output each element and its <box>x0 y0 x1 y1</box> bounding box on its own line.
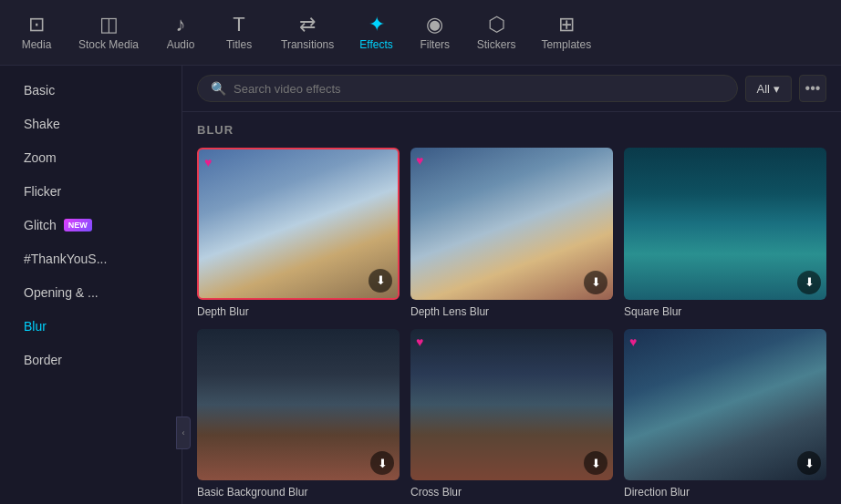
sidebar-item-label-opening: Opening & ... <box>24 285 99 300</box>
nav-item-titles[interactable]: TTitles <box>210 7 268 58</box>
nav-item-label-effects: Effects <box>359 38 392 51</box>
top-navigation: ⊡Media◫Stock Media♪AudioTTitles⇄Transiti… <box>0 0 841 66</box>
sidebar-item-flicker[interactable]: Flicker <box>5 175 176 208</box>
search-bar: 🔍 All ▾ ••• <box>182 66 841 112</box>
nav-item-transitions[interactable]: ⇄Transitions <box>268 7 347 58</box>
filter-label: All <box>757 82 770 96</box>
sidebar-item-shake[interactable]: Shake <box>5 108 176 140</box>
favorite-icon-cross-blur: ♥ <box>416 334 423 349</box>
effect-thumbnail-direction-blur: ♥⬇ <box>624 329 826 481</box>
sidebar-item-zoom[interactable]: Zoom <box>5 141 176 174</box>
sidebar: BasicShakeZoomFlickerGlitchNEW#ThankYouS… <box>0 66 182 504</box>
download-icon-cross-blur[interactable]: ⬇ <box>584 451 607 475</box>
sidebar-item-label-flicker: Flicker <box>24 184 61 199</box>
nav-item-label-titles: Titles <box>226 38 252 51</box>
nav-item-media[interactable]: ⊡Media <box>7 7 66 58</box>
effect-thumbnail-depth-blur: ♥⬇ <box>197 148 400 300</box>
nav-item-label-filters: Filters <box>420 38 450 51</box>
main-content: BasicShakeZoomFlickerGlitchNEW#ThankYouS… <box>0 66 841 504</box>
sidebar-item-label-shake: Shake <box>24 117 60 131</box>
search-icon: 🔍 <box>211 81 226 96</box>
effects-grid-container: BLUR ♥⬇Depth Blur♥⬇Depth Lens Blur⬇Squar… <box>182 112 841 504</box>
effects-icon: ✦ <box>369 15 385 35</box>
download-icon-basic-bg-blur[interactable]: ⬇ <box>370 451 394 475</box>
search-input-wrapper: 🔍 <box>197 75 738 102</box>
nav-item-label-audio: Audio <box>167 38 195 51</box>
effect-label-basic-bg-blur: Basic Background Blur <box>197 486 400 499</box>
sidebar-item-label-blur: Blur <box>24 319 47 334</box>
effect-item-direction-blur[interactable]: ♥⬇Direction Blur <box>624 329 826 499</box>
nav-item-templates[interactable]: ⊞Templates <box>528 7 604 58</box>
download-icon-square-blur[interactable]: ⬇ <box>797 271 821 294</box>
nav-item-label-stock-media: Stock Media <box>78 38 139 51</box>
sidebar-item-basic[interactable]: Basic <box>5 74 176 107</box>
nav-item-audio[interactable]: ♪Audio <box>151 7 210 58</box>
effect-item-square-blur[interactable]: ⬇Square Blur <box>624 148 826 318</box>
sidebar-collapse-button[interactable]: ‹ <box>176 417 191 449</box>
sidebar-item-thankyous[interactable]: #ThankYouS... <box>5 242 176 275</box>
effect-thumbnail-basic-bg-blur: ⬇ <box>197 329 400 481</box>
effect-thumbnail-cross-blur: ♥⬇ <box>410 329 613 481</box>
sidebar-item-glitch[interactable]: GlitchNEW <box>5 209 176 242</box>
filter-dropdown[interactable]: All ▾ <box>745 76 792 102</box>
effect-label-square-blur: Square Blur <box>624 305 826 318</box>
effect-item-depth-lens-blur[interactable]: ♥⬇Depth Lens Blur <box>410 148 613 318</box>
sidebar-item-label-glitch: Glitch <box>24 218 57 232</box>
sidebar-item-label-border: Border <box>24 353 62 367</box>
audio-icon: ♪ <box>176 15 186 35</box>
section-title: BLUR <box>197 123 826 137</box>
chevron-down-icon: ▾ <box>774 82 780 96</box>
effect-label-depth-blur: Depth Blur <box>197 305 400 318</box>
effect-label-depth-lens-blur: Depth Lens Blur <box>410 305 613 318</box>
sidebar-item-label-basic: Basic <box>24 83 55 98</box>
effect-label-cross-blur: Cross Blur <box>410 486 613 499</box>
effects-grid: ♥⬇Depth Blur♥⬇Depth Lens Blur⬇Square Blu… <box>197 148 826 504</box>
ellipsis-icon: ••• <box>805 80 821 97</box>
download-icon-depth-blur[interactable]: ⬇ <box>369 269 392 293</box>
content-area: 🔍 All ▾ ••• BLUR ♥⬇Depth Blur♥⬇Depth Len… <box>182 66 841 504</box>
nav-item-label-templates: Templates <box>541 38 591 51</box>
effect-item-basic-bg-blur[interactable]: ⬇Basic Background Blur <box>197 329 400 499</box>
search-input[interactable] <box>234 82 724 96</box>
effect-item-depth-blur[interactable]: ♥⬇Depth Blur <box>197 148 400 318</box>
templates-icon: ⊞ <box>558 15 575 35</box>
stock-media-icon: ◫ <box>99 15 119 35</box>
nav-item-label-stickers: Stickers <box>477 38 516 51</box>
download-icon-direction-blur[interactable]: ⬇ <box>797 451 821 475</box>
badge-glitch: NEW <box>64 219 92 231</box>
effect-label-direction-blur: Direction Blur <box>624 486 826 499</box>
download-icon-depth-lens-blur[interactable]: ⬇ <box>584 271 607 294</box>
sidebar-item-opening[interactable]: Opening & ... <box>5 276 176 309</box>
nav-item-stickers[interactable]: ⬡Stickers <box>464 7 529 58</box>
transitions-icon: ⇄ <box>299 15 316 35</box>
titles-icon: T <box>233 15 244 35</box>
nav-item-filters[interactable]: ◉Filters <box>406 7 464 58</box>
effect-item-cross-blur[interactable]: ♥⬇Cross Blur <box>410 329 613 499</box>
sidebar-item-label-zoom: Zoom <box>24 150 57 165</box>
stickers-icon: ⬡ <box>488 15 505 35</box>
media-icon: ⊡ <box>28 15 45 35</box>
effect-thumbnail-depth-lens-blur: ♥⬇ <box>410 148 613 300</box>
more-options-button[interactable]: ••• <box>799 75 826 102</box>
nav-item-effects[interactable]: ✦Effects <box>347 7 405 58</box>
favorite-icon-depth-blur: ♥ <box>204 155 212 170</box>
favorite-icon-direction-blur: ♥ <box>629 334 637 349</box>
filters-icon: ◉ <box>426 15 443 35</box>
favorite-icon-depth-lens-blur: ♥ <box>416 153 423 168</box>
nav-item-label-media: Media <box>22 38 52 51</box>
sidebar-item-label-thankyous: #ThankYouS... <box>24 252 107 266</box>
effect-thumbnail-square-blur: ⬇ <box>624 148 826 300</box>
nav-item-label-transitions: Transitions <box>281 38 334 51</box>
sidebar-item-blur[interactable]: Blur <box>5 310 176 343</box>
sidebar-item-border[interactable]: Border <box>5 344 176 376</box>
nav-item-stock-media[interactable]: ◫Stock Media <box>66 7 151 58</box>
